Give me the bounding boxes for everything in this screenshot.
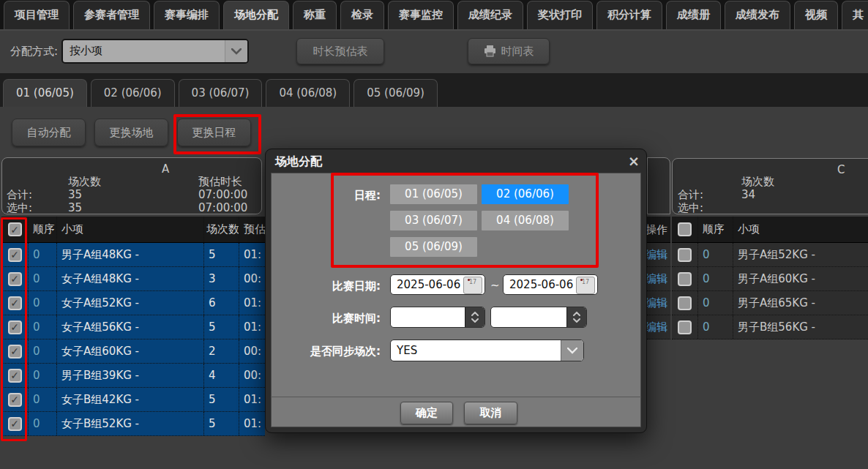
row-event: 女子A组60KG - <box>57 339 204 363</box>
tab-results-book[interactable]: 成绩册 <box>666 1 721 29</box>
row-order: 0 <box>29 412 57 435</box>
row-checkbox[interactable] <box>678 272 692 286</box>
schedule-option-3[interactable]: 03 (06/07) <box>390 211 477 230</box>
row-estimate: 01: <box>239 243 265 266</box>
match-time-to-input[interactable] <box>490 307 587 328</box>
row-checkbox[interactable] <box>8 417 22 431</box>
sync-matches-value: YES <box>397 344 417 357</box>
row-checkbox[interactable] <box>678 320 692 334</box>
row-order: 0 <box>29 388 57 411</box>
table-row[interactable]: 0 男子B组56KG - <box>672 315 868 339</box>
panel-b-summary-sliver <box>647 157 670 214</box>
auto-assign-button[interactable]: 自动分配 <box>12 119 86 146</box>
edit-link[interactable]: 编辑 <box>647 267 670 290</box>
row-matches: 5 <box>204 315 239 339</box>
row-checkbox[interactable] <box>8 272 22 286</box>
duration-estimate-button[interactable]: 时长预估表 <box>296 38 384 64</box>
duration-estimate-label: 时长预估表 <box>313 45 368 59</box>
time-spinner[interactable] <box>465 307 484 327</box>
table-row[interactable]: 0 男子A组52KG - <box>672 243 868 267</box>
change-venue-button[interactable]: 更换场地 <box>94 119 168 146</box>
select-all-checkbox[interactable] <box>678 222 692 236</box>
panel-a-selected-matches: 35 <box>68 201 82 214</box>
match-date-from-input[interactable]: 2025-06-06 17 <box>390 274 485 295</box>
allocation-mode-select[interactable]: 按小项 <box>61 39 249 64</box>
schedule-option-2[interactable]: 02 (06/06) <box>482 184 569 204</box>
row-checkbox[interactable] <box>8 393 22 407</box>
select-all-checkbox[interactable] <box>8 222 22 236</box>
row-checkbox[interactable] <box>8 248 22 262</box>
table-row[interactable]: 0 女子A组60KG - 2 00: <box>1 339 265 364</box>
table-row[interactable]: 0 男子A组60KG - <box>672 267 868 291</box>
tab-venue-allocation[interactable]: 场地分配 <box>223 1 289 29</box>
printer-icon <box>484 45 496 57</box>
timetable-label: 时间表 <box>501 45 534 59</box>
schedule-option-1[interactable]: 01 (06/05) <box>390 184 477 204</box>
timetable-print-button[interactable]: 时间表 <box>468 38 550 64</box>
edit-link[interactable]: 编辑 <box>647 315 670 339</box>
cancel-button[interactable]: 取消 <box>464 402 517 424</box>
close-icon[interactable]: × <box>628 153 640 169</box>
date-tab-1[interactable]: 01 (06/05) <box>3 79 87 107</box>
row-checkbox[interactable] <box>8 369 22 383</box>
tab-results-publish[interactable]: 成绩发布 <box>725 1 790 29</box>
panel-c-table-header: 顺序 小项 <box>672 217 868 243</box>
tab-video[interactable]: 视频 <box>794 1 838 29</box>
allocation-mode-value: 按小项 <box>70 44 102 58</box>
tab-project-management[interactable]: 项目管理 <box>4 1 70 29</box>
table-row[interactable]: 0 男子A组65KG - <box>672 291 868 315</box>
schedule-option-4[interactable]: 04 (06/08) <box>482 211 569 230</box>
panel-a-table: 顺序 小项 场次数 预估 0 男子A组48KG - 5 01: 0 女子A组48… <box>1 217 265 436</box>
tab-check-in[interactable]: 检录 <box>340 1 384 29</box>
date-tab-4[interactable]: 04 (06/08) <box>266 79 350 107</box>
match-date-to-input[interactable]: 2025-06-06 17 <box>503 274 598 295</box>
table-row[interactable]: 0 男子A组48KG - 5 01: <box>1 243 265 267</box>
calendar-icon[interactable]: 17 <box>463 277 482 294</box>
row-matches: 3 <box>204 267 239 290</box>
row-estimate: 01: <box>239 291 265 315</box>
row-checkbox[interactable] <box>8 320 22 334</box>
tab-points-calculation[interactable]: 积分计算 <box>596 1 662 29</box>
table-row[interactable]: 0 女子B组42KG - 5 01: <box>1 388 265 412</box>
row-estimate: 00: <box>239 267 265 290</box>
order-col-header: 顺序 <box>698 217 733 242</box>
table-row[interactable]: 0 男子B组39KG - 4 00: <box>1 364 265 388</box>
calendar-icon[interactable]: 17 <box>576 277 595 294</box>
date-tab-2[interactable]: 02 (06/06) <box>91 79 175 107</box>
table-row[interactable]: 0 女子A组56KG - 5 01: <box>1 315 265 339</box>
row-order: 0 <box>29 243 57 266</box>
row-checkbox[interactable] <box>678 248 692 262</box>
change-schedule-button[interactable]: 更换日程 <box>177 119 251 146</box>
tab-event-monitor[interactable]: 赛事监控 <box>388 1 454 29</box>
panel-c-selected-label: 选中: <box>678 201 703 215</box>
row-checkbox[interactable] <box>8 296 22 310</box>
sync-matches-select[interactable]: YES <box>390 339 584 361</box>
sync-matches-label: 是否同步场次: <box>249 345 381 359</box>
edit-link[interactable]: 编辑 <box>647 243 670 266</box>
modal-footer-divider <box>271 397 641 397</box>
row-checkbox[interactable] <box>8 345 22 359</box>
row-checkbox[interactable] <box>678 296 692 310</box>
edit-link[interactable]: 编辑 <box>647 291 670 315</box>
date-tab-5[interactable]: 05 (06/09) <box>353 79 438 107</box>
table-row[interactable]: 0 女子A组48KG - 3 00: <box>1 267 265 291</box>
tab-results-record[interactable]: 成绩纪录 <box>457 1 523 29</box>
table-row[interactable]: 0 女子A组52KG - 6 01: <box>1 291 265 315</box>
row-order: 0 <box>29 339 57 363</box>
time-spinner[interactable] <box>566 307 586 327</box>
row-event: 女子A组56KG - <box>57 315 204 339</box>
tab-weigh-in[interactable]: 称重 <box>293 1 337 29</box>
chevron-down-icon <box>225 40 247 62</box>
tab-other[interactable]: 其 <box>842 1 868 29</box>
schedule-option-5[interactable]: 05 (06/09) <box>390 237 477 257</box>
row-order: 0 <box>698 291 733 315</box>
date-tab-3[interactable]: 03 (06/07) <box>179 79 263 107</box>
panel-a-summary: A 场次数 预估时长 合计: 35 07:00:00 选中: 35 07:00:… <box>1 157 262 214</box>
tab-certificate-print[interactable]: 奖状打印 <box>527 1 593 29</box>
tab-event-scheduling[interactable]: 赛事编排 <box>154 1 220 29</box>
match-time-from-input[interactable] <box>390 307 485 328</box>
confirm-button[interactable]: 确定 <box>400 402 453 424</box>
tab-participant-management[interactable]: 参赛者管理 <box>73 1 150 29</box>
modal-title: 场地分配 <box>275 154 322 170</box>
table-row[interactable]: 0 女子B组52KG - 5 01: <box>1 412 265 436</box>
